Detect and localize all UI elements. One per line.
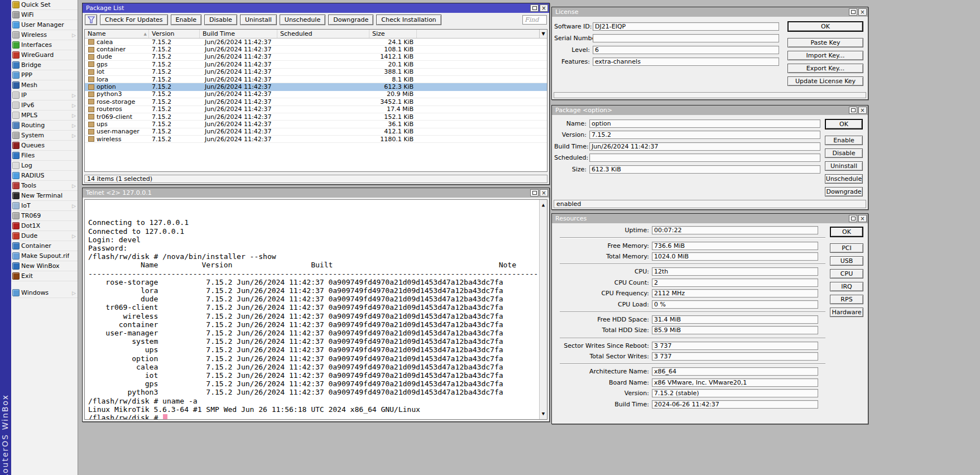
ok-button[interactable]: OK — [825, 119, 863, 129]
wireless[interactable]: wireless 7.15.2 Jun/26/2024 11:42:37 118… — [85, 136, 547, 143]
paste-key-button[interactable]: Paste Key — [787, 38, 863, 47]
column-header-scheduled[interactable]: Scheduled — [277, 30, 369, 38]
sidebar-item-quick-set[interactable]: Quick Set ▷ — [11, 0, 78, 10]
downgrade-button[interactable]: Downgrade — [328, 15, 373, 25]
terminal-area[interactable]: Connecting to 127.0.0.1 Connected to 127… — [84, 199, 547, 420]
sidebar-item-log[interactable]: Log ▷ — [11, 161, 78, 171]
sidebar-item-exit[interactable]: Exit ▷ — [11, 271, 78, 281]
container[interactable]: container 7.15.2 Jun/26/2024 11:42:37 10… — [85, 46, 547, 53]
sidebar-item-windows[interactable]: Windows ▷ — [11, 288, 78, 298]
unschedule-button[interactable]: Unschedule — [825, 174, 863, 184]
filter-button[interactable] — [85, 15, 97, 25]
uninstall-button[interactable]: Uninstall — [825, 161, 863, 171]
close-icon[interactable]: × — [858, 215, 867, 222]
field-input[interactable]: x86_64 — [652, 367, 818, 376]
sidebar-item-dude[interactable]: Dude ▷ — [11, 231, 78, 241]
field-input[interactable]: 85.9 MiB — [652, 326, 818, 334]
close-icon[interactable]: × — [858, 107, 867, 114]
unschedule-button[interactable]: Unschedule — [280, 15, 325, 25]
option[interactable]: option 7.15.2 Jun/26/2024 11:42:37 612.3… — [85, 83, 547, 90]
resources-titlebar[interactable]: Resources × — [552, 214, 868, 223]
lora[interactable]: lora 7.15.2 Jun/26/2024 11:42:37 8.1 KiB — [85, 76, 547, 83]
column-header-name[interactable]: Name ▲ — [85, 30, 149, 38]
irq-button[interactable]: IRQ — [830, 282, 863, 291]
sidebar-item-wireless[interactable]: Wireless ▷ — [11, 30, 78, 40]
enable-button[interactable]: Enable — [825, 136, 863, 145]
calea[interactable]: calea 7.15.2 Jun/26/2024 11:42:37 24.1 K… — [85, 39, 547, 46]
field-input[interactable]: 7.15.2 — [589, 131, 820, 139]
uninstall-button[interactable]: Uninstall — [240, 15, 277, 25]
sidebar-item-user-manager[interactable]: User Manager ▷ — [11, 20, 78, 30]
sidebar-item-wireguard[interactable]: WireGuard ▷ — [11, 50, 78, 60]
package-list-titlebar[interactable]: Package List × — [83, 3, 549, 13]
sidebar-item-dot1x[interactable]: Dot1X ▷ — [11, 221, 78, 231]
field-input[interactable]: 3 737 — [652, 342, 818, 350]
column-chooser-dropdown[interactable]: ▼ — [539, 30, 547, 38]
field-input[interactable]: 12th — [652, 267, 818, 276]
dude[interactable]: dude 7.15.2 Jun/26/2024 11:42:37 1412.1 … — [85, 54, 547, 61]
sidebar-item-tools[interactable]: Tools ▷ — [11, 181, 78, 191]
sidebar-item-mpls[interactable]: MPLS ▷ — [11, 111, 78, 121]
sidebar-item-make-supout[interactable]: Make Supout.rif ▷ — [11, 251, 78, 261]
field-input[interactable]: 0 % — [652, 300, 818, 309]
sidebar-item-new-terminal[interactable]: New Terminal ▷ — [11, 191, 78, 201]
column-header-version[interactable]: Version — [149, 30, 200, 38]
field-input[interactable]: DJ21-EIQP — [593, 22, 779, 31]
downgrade-button[interactable]: Downgrade — [825, 187, 863, 196]
sidebar-item-mesh[interactable]: Mesh ▷ — [11, 80, 78, 90]
find-input[interactable] — [522, 15, 547, 25]
sidebar-item-routing[interactable]: Routing ▷ — [11, 121, 78, 131]
field-input[interactable]: 1024.0 MiB — [652, 252, 818, 261]
field-input[interactable]: x86 VMware, Inc. VMware20,1 — [652, 378, 818, 387]
field-input[interactable] — [589, 153, 820, 162]
enable-button[interactable]: Enable — [171, 15, 201, 25]
hardware-button[interactable]: Hardware — [830, 308, 863, 317]
usb-button[interactable]: USB — [830, 256, 863, 266]
update-license-key-button[interactable]: Update License Key — [787, 76, 863, 86]
routeros[interactable]: routeros 7.15.2 Jun/26/2024 11:42:37 17.… — [85, 106, 547, 113]
column-header-size[interactable]: Size — [369, 30, 417, 38]
user-manager[interactable]: user-manager 7.15.2 Jun/26/2024 11:42:37… — [85, 128, 547, 136]
scroll-up-icon[interactable]: ▲ — [540, 201, 547, 209]
sidebar-item-ppp[interactable]: PPP ▷ — [11, 70, 78, 80]
tr069-client[interactable]: tr069-client 7.15.2 Jun/26/2024 11:42:37… — [85, 113, 547, 121]
field-input[interactable]: 612.3 KiB — [589, 165, 820, 174]
close-icon[interactable]: × — [858, 8, 867, 16]
minimize-button[interactable] — [530, 189, 539, 196]
sidebar-item-interfaces[interactable]: Interfaces ▷ — [11, 40, 78, 50]
field-input[interactable]: 6 — [593, 46, 779, 54]
field-input[interactable]: option — [589, 119, 820, 128]
sidebar-item-wifi[interactable]: WiFi ▷ — [11, 10, 78, 20]
gps[interactable]: gps 7.15.2 Jun/26/2024 11:42:37 20.1 KiB — [85, 61, 547, 68]
pci-button[interactable]: PCI — [830, 243, 863, 253]
sidebar-item-new-winbox[interactable]: New WinBox ▷ — [11, 261, 78, 271]
field-input[interactable] — [593, 34, 779, 42]
rose-storage[interactable]: rose-storage 7.15.2 Jun/26/2024 11:42:37… — [85, 98, 547, 105]
sidebar-item-tr069[interactable]: TR069 ▷ — [11, 211, 78, 221]
check-installation-button[interactable]: Check Installation — [376, 15, 441, 25]
field-input[interactable]: 31.4 MiB — [652, 315, 818, 324]
field-input[interactable]: 3 737 — [652, 352, 818, 361]
ok-button[interactable]: OK — [830, 227, 863, 237]
sidebar-item-files[interactable]: Files ▷ — [11, 151, 78, 161]
package-option-titlebar[interactable]: Package <option> × — [552, 105, 868, 115]
iot[interactable]: iot 7.15.2 Jun/26/2024 11:42:37 388.1 Ki… — [85, 69, 547, 76]
python3[interactable]: python3 7.15.2 Jun/26/2024 11:42:37 20.9… — [85, 91, 547, 98]
export-key-button[interactable]: Export Key... — [787, 64, 863, 73]
sidebar-item-container[interactable]: Container ▷ — [11, 241, 78, 251]
minimize-button[interactable] — [849, 107, 857, 114]
cpu-button[interactable]: CPU — [830, 269, 863, 279]
ok-button[interactable]: OK — [787, 21, 863, 32]
sidebar-item-ip[interactable]: IP ▷ — [11, 90, 78, 100]
field-input[interactable]: 2024-06-26 11:42:37 — [652, 400, 818, 409]
license-titlebar[interactable]: License × — [552, 7, 868, 17]
close-icon[interactable]: × — [540, 189, 548, 196]
rps-button[interactable]: RPS — [830, 295, 863, 304]
field-input[interactable]: extra-channels — [593, 57, 779, 66]
sidebar-item-queues[interactable]: Queues ▷ — [11, 141, 78, 151]
field-input[interactable]: 2112 MHz — [652, 289, 818, 298]
scrollbar[interactable]: ▲ ▼ — [539, 200, 547, 419]
sidebar-item-radius[interactable]: RADIUS ▷ — [11, 171, 78, 181]
minimize-button[interactable] — [849, 215, 857, 222]
telnet-titlebar[interactable]: Telnet <2> 127.0.0.1 × — [83, 188, 549, 198]
